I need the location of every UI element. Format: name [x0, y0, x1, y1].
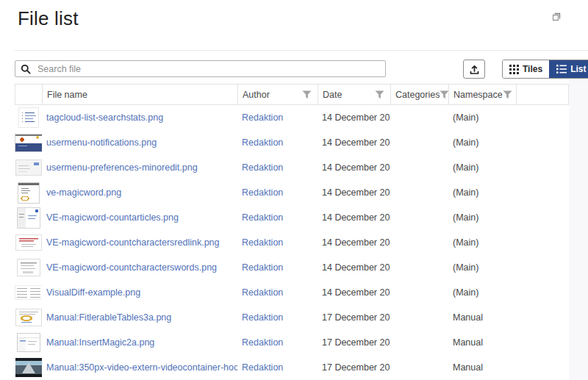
header-divider	[15, 50, 588, 51]
thumbnail-cell	[15, 234, 42, 251]
author-link[interactable]: Redaktion	[242, 112, 283, 123]
file-name-link[interactable]: VE-magicword-countarticles.png	[46, 212, 179, 223]
date-cell: 14 December 2021	[318, 162, 390, 173]
table-row: usermenu-notifications.png Redaktion 14 …	[15, 130, 569, 155]
content-gutter	[569, 79, 588, 380]
file-name-cell: usermenu-preferences-minoredit.png	[42, 162, 237, 173]
namespace-cell: (Main)	[448, 237, 516, 248]
categories-filter-icon[interactable]	[440, 90, 449, 99]
author-link[interactable]: Redaktion	[242, 162, 283, 173]
list-button[interactable]: List	[549, 60, 588, 78]
file-name-cell: Manual:350px-video-extern-videocontainer…	[42, 362, 237, 373]
thumbnail-cell	[15, 107, 42, 128]
file-name-link[interactable]: VE-magicword-countcharacterswords.png	[46, 262, 217, 273]
author-cell: Redaktion	[237, 237, 318, 248]
file-name-cell: tagcloud-list-searchstats.png	[42, 112, 237, 123]
table-row: ve-magicword.png Redaktion 14 December 2…	[15, 180, 569, 205]
namespace-cell: (Main)	[448, 287, 516, 298]
file-name-link[interactable]: Manual:InsertMagic2a.png	[46, 337, 154, 348]
table-row: VE-magicword-countcharacterswords.png Re…	[15, 255, 569, 280]
file-thumbnail[interactable]	[15, 358, 42, 377]
date-cell: 17 December 2021	[318, 312, 390, 323]
author-cell: Redaktion	[237, 112, 318, 123]
file-name-cell: Manual:FitlerableTables3a.png	[42, 312, 237, 323]
file-thumbnail[interactable]	[15, 285, 42, 300]
thumbnail-cell	[15, 259, 42, 276]
file-thumbnail[interactable]	[15, 309, 42, 326]
author-cell: Redaktion	[237, 162, 318, 173]
namespace-cell: (Main)	[448, 137, 516, 148]
thumbnail-cell	[15, 207, 42, 229]
date-cell: 17 December 2021	[318, 337, 390, 348]
author-link[interactable]: Redaktion	[242, 262, 283, 273]
author-cell: Redaktion	[237, 312, 318, 323]
author-link[interactable]: Redaktion	[242, 312, 283, 323]
author-link[interactable]: Redaktion	[242, 137, 283, 148]
file-name-link[interactable]: ve-magicword.png	[46, 187, 121, 198]
search-input[interactable]	[36, 60, 385, 77]
list-button-label: List	[570, 64, 586, 74]
file-table: File name Author Date Categories	[15, 84, 569, 380]
expand-icon[interactable]	[551, 12, 562, 22]
namespace-cell: (Main)	[448, 112, 516, 123]
table-row: usermenu-preferences-minoredit.png Redak…	[15, 155, 569, 180]
date-cell: 14 December 2021	[318, 287, 390, 298]
author-link[interactable]: Redaktion	[242, 362, 283, 373]
column-header-categories: Categories	[391, 85, 449, 104]
table-row: VE-magicword-countcharactersredlink.png …	[15, 230, 569, 255]
upload-button[interactable]	[463, 60, 485, 79]
file-name-link[interactable]: VisualDiff-example.png	[46, 287, 140, 298]
file-thumbnail[interactable]	[15, 159, 42, 176]
namespace-filter-icon[interactable]	[503, 90, 512, 99]
search-icon	[21, 64, 31, 74]
thumbnail-cell	[15, 333, 42, 352]
author-link[interactable]: Redaktion	[242, 237, 283, 248]
column-header-thumbnail	[15, 85, 43, 104]
list-icon	[556, 65, 567, 74]
namespace-cell: (Main)	[448, 262, 516, 273]
date-cell: 17 December 2021	[318, 362, 390, 373]
file-name-link[interactable]: tagcloud-list-searchstats.png	[46, 112, 163, 123]
thumbnail-cell	[15, 182, 42, 204]
file-thumbnail[interactable]	[17, 333, 40, 352]
column-header-author: Author	[238, 85, 318, 104]
date-filter-icon[interactable]	[375, 90, 384, 99]
namespace-cell: (Main)	[448, 187, 516, 198]
file-name-cell: usermenu-notifications.png	[42, 137, 237, 148]
file-thumbnail[interactable]	[15, 134, 42, 152]
author-link[interactable]: Redaktion	[242, 212, 283, 223]
file-thumbnail[interactable]	[15, 234, 42, 251]
date-cell: 14 December 2021	[318, 187, 390, 198]
thumbnail-cell	[15, 358, 42, 377]
file-name-link[interactable]: VE-magicword-countcharactersredlink.png	[46, 237, 220, 248]
namespace-cell: Manual	[448, 337, 516, 348]
author-filter-icon[interactable]	[302, 90, 312, 99]
tiles-button[interactable]: Tiles	[503, 60, 549, 78]
file-thumbnail[interactable]	[18, 107, 39, 128]
file-thumbnail[interactable]	[17, 259, 40, 276]
file-name-cell: ve-magicword.png	[42, 187, 237, 198]
column-header-namespace: Namespace	[449, 85, 517, 104]
author-link[interactable]: Redaktion	[242, 187, 283, 198]
file-name-link[interactable]: Manual:FitlerableTables3a.png	[46, 312, 171, 323]
file-thumbnail[interactable]	[17, 207, 40, 229]
date-cell: 14 December 2021	[318, 237, 390, 248]
file-name-link[interactable]: usermenu-notifications.png	[46, 137, 157, 148]
upload-icon	[469, 64, 480, 75]
table-row: VisualDiff-example.png Redaktion 14 Dece…	[15, 280, 569, 305]
namespace-cell: (Main)	[448, 212, 516, 223]
file-thumbnail[interactable]	[18, 182, 40, 204]
thumbnail-cell	[15, 309, 42, 326]
file-name-link[interactable]: usermenu-preferences-minoredit.png	[46, 162, 198, 173]
author-cell: Redaktion	[237, 362, 318, 373]
file-list-page: File list Tiles	[0, 0, 588, 380]
namespace-cell: (Main)	[448, 162, 516, 173]
author-link[interactable]: Redaktion	[242, 337, 283, 348]
file-name-cell: Manual:InsertMagic2a.png	[42, 337, 237, 348]
author-link[interactable]: Redaktion	[242, 287, 283, 298]
tiles-button-label: Tiles	[523, 64, 542, 74]
date-cell: 14 December 2021	[318, 262, 390, 273]
table-row: Manual:FitlerableTables3a.png Redaktion …	[15, 305, 569, 330]
file-name-link[interactable]: Manual:350px-video-extern-videocontainer…	[46, 362, 237, 373]
date-cell: 14 December 2021	[318, 112, 390, 123]
